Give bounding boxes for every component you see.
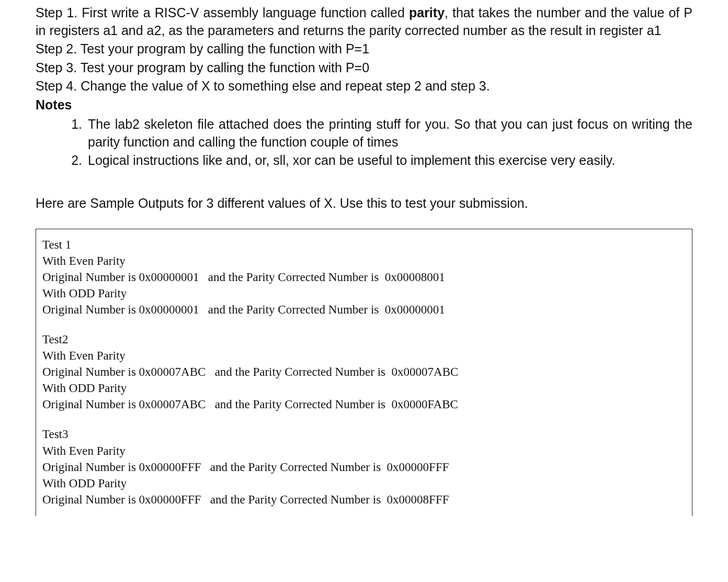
test-block-2: Test2 With Even Parity Original Number i… [42,331,686,412]
step-1-function-name: parity [409,5,445,20]
note-item-1: The lab2 skeleton file attached does the… [86,116,692,151]
test-3-title: Test3 [42,426,686,442]
step-2: Step 2. Test your program by calling the… [36,40,692,58]
test-3-odd-line: Original Number is 0x00000FFF and the Pa… [42,491,686,508]
notes-heading: Notes [36,96,692,114]
test-3-odd-label: With ODD Parity [42,475,686,491]
test-1-odd-line: Original Number is 0x00000001 and the Pa… [42,301,686,318]
test-3-even-label: With Even Parity [42,443,686,459]
test-1-odd-label: With ODD Parity [42,285,686,301]
test-2-odd-label: With ODD Parity [42,380,686,396]
notes-list: The lab2 skeleton file attached does the… [36,116,692,170]
test-block-3: Test3 With Even Parity Original Number i… [42,426,686,507]
step-1-text-a: Step 1. First write a RISC-V assembly la… [36,5,409,20]
test-2-odd-line: Original Number is 0x00007ABC and the Pa… [42,396,686,412]
test-2-even-label: With Even Parity [42,348,686,364]
test-block-1: Test 1 With Even Parity Original Number … [42,237,686,318]
test-3-even-line: Original Number is 0x00000FFF and the Pa… [42,459,686,475]
test-1-title: Test 1 [42,237,686,253]
note-item-2: Logical instructions like and, or, sll, … [86,152,692,170]
document-page: Step 1. First write a RISC-V assembly la… [0,0,728,582]
test-2-title: Test2 [42,331,686,348]
sample-outputs-intro: Here are Sample Outputs for 3 different … [36,195,692,212]
step-1: Step 1. First write a RISC-V assembly la… [36,4,692,39]
step-3: Step 3. Test your program by calling the… [36,59,692,77]
sample-output-box: Test 1 With Even Parity Original Number … [36,229,692,516]
test-1-even-label: With Even Parity [42,253,686,269]
test-1-even-line: Original Number is 0x00000001 and the Pa… [42,269,686,285]
test-2-even-line: Original Number is 0x00007ABC and the Pa… [42,364,686,380]
step-4: Step 4. Change the value of X to somethi… [36,77,692,95]
